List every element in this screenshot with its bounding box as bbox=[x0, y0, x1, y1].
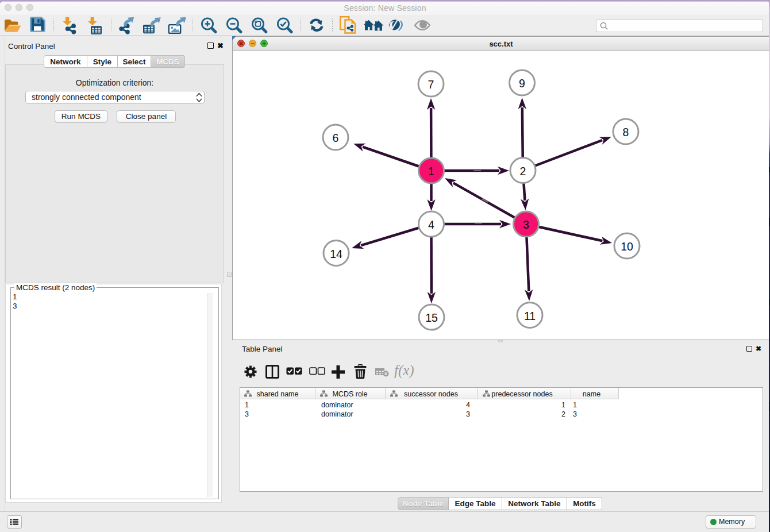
svg-text:14: 14 bbox=[330, 248, 342, 260]
svg-text:1: 1 bbox=[428, 165, 434, 178]
svg-text:8: 8 bbox=[623, 126, 629, 138]
svg-text:15: 15 bbox=[425, 311, 438, 324]
svg-text:10: 10 bbox=[621, 240, 633, 253]
svg-text:9: 9 bbox=[519, 77, 525, 90]
svg-text:7: 7 bbox=[428, 78, 434, 91]
svg-text:3: 3 bbox=[523, 218, 529, 231]
svg-text:11: 11 bbox=[524, 310, 536, 322]
svg-text:6: 6 bbox=[333, 132, 339, 144]
svg-text:2: 2 bbox=[520, 165, 526, 178]
svg-text:4: 4 bbox=[428, 218, 434, 231]
